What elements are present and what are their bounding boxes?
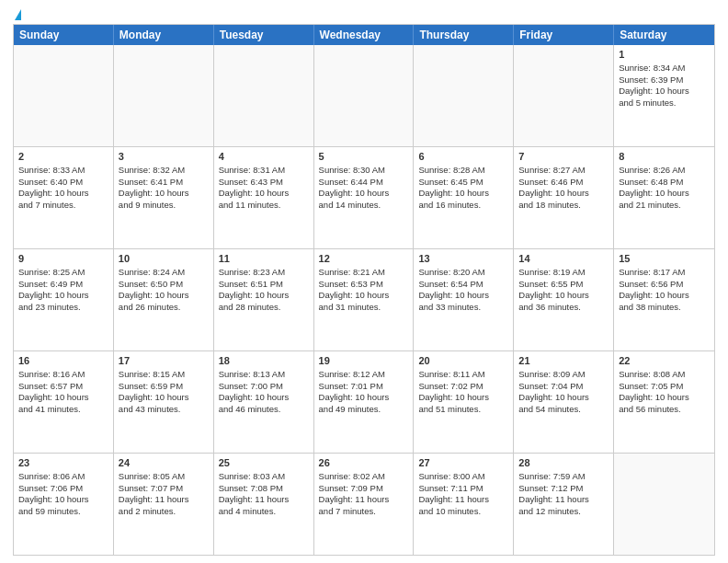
day-info-line: Sunset: 6:55 PM bbox=[518, 279, 609, 291]
day-info-line: Sunrise: 8:27 AM bbox=[518, 165, 609, 177]
day-info-line: Sunrise: 8:28 AM bbox=[418, 165, 508, 177]
day-info-line: and 7 minutes. bbox=[319, 506, 409, 518]
day-info-line: Sunrise: 8:03 AM bbox=[219, 471, 309, 483]
day-info-line: Sunset: 7:12 PM bbox=[518, 483, 609, 495]
calendar-cell: 21Sunrise: 8:09 AMSunset: 7:04 PMDayligh… bbox=[514, 351, 614, 453]
day-number: 22 bbox=[619, 354, 710, 368]
day-info-line: and 10 minutes. bbox=[418, 506, 508, 518]
day-info-line: Daylight: 10 hours bbox=[18, 290, 108, 302]
day-info-line: Sunset: 6:59 PM bbox=[119, 381, 209, 393]
calendar-cell: 8Sunrise: 8:26 AMSunset: 6:48 PMDaylight… bbox=[614, 147, 714, 248]
day-info-line: and 9 minutes. bbox=[119, 200, 209, 212]
day-info-line: Sunset: 7:01 PM bbox=[319, 381, 409, 393]
calendar-row-4: 23Sunrise: 8:06 AMSunset: 7:06 PMDayligh… bbox=[14, 453, 714, 555]
header-cell-sunday: Sunday bbox=[14, 25, 114, 45]
calendar-cell: 19Sunrise: 8:12 AMSunset: 7:01 PMDayligh… bbox=[314, 351, 415, 453]
day-info-line: Sunrise: 8:06 AM bbox=[18, 471, 108, 483]
calendar-cell bbox=[214, 45, 314, 146]
day-info-line: and 23 minutes. bbox=[18, 302, 108, 314]
day-info-line: Sunset: 6:49 PM bbox=[18, 279, 108, 291]
calendar-cell: 3Sunrise: 8:32 AMSunset: 6:41 PMDaylight… bbox=[114, 147, 214, 248]
day-info-line: Daylight: 10 hours bbox=[619, 290, 710, 302]
calendar-cell bbox=[114, 45, 214, 146]
calendar-cell: 27Sunrise: 8:00 AMSunset: 7:11 PMDayligh… bbox=[414, 454, 514, 555]
calendar-cell: 16Sunrise: 8:16 AMSunset: 6:57 PMDayligh… bbox=[14, 351, 114, 453]
day-number: 18 bbox=[219, 354, 309, 368]
day-info-line: Sunset: 6:45 PM bbox=[418, 177, 508, 189]
calendar: SundayMondayTuesdayWednesdayThursdayFrid… bbox=[13, 24, 715, 556]
day-number: 28 bbox=[518, 456, 609, 470]
day-info-line: Sunset: 6:54 PM bbox=[418, 279, 508, 291]
day-info-line: and 49 minutes. bbox=[319, 404, 409, 416]
calendar-cell: 17Sunrise: 8:15 AMSunset: 6:59 PMDayligh… bbox=[114, 351, 214, 453]
day-info-line: Sunrise: 8:20 AM bbox=[418, 267, 508, 279]
day-info-line: and 36 minutes. bbox=[518, 302, 609, 314]
day-info-line: and 38 minutes. bbox=[619, 302, 710, 314]
day-info-line: Sunrise: 8:09 AM bbox=[518, 369, 609, 381]
day-info-line: Sunrise: 8:33 AM bbox=[18, 165, 108, 177]
day-number: 27 bbox=[418, 456, 508, 470]
day-number: 23 bbox=[18, 456, 108, 470]
page: SundayMondayTuesdayWednesdayThursdayFrid… bbox=[0, 0, 728, 563]
day-info-line: Sunset: 6:50 PM bbox=[119, 279, 209, 291]
calendar-row-1: 2Sunrise: 8:33 AMSunset: 6:40 PMDaylight… bbox=[14, 146, 714, 248]
day-info-line: Sunrise: 8:13 AM bbox=[219, 369, 309, 381]
day-info-line: Sunrise: 8:26 AM bbox=[619, 165, 710, 177]
day-number: 7 bbox=[518, 150, 609, 164]
day-info-line: and 46 minutes. bbox=[219, 404, 309, 416]
day-number: 24 bbox=[119, 456, 209, 470]
calendar-cell bbox=[514, 45, 614, 146]
day-number: 17 bbox=[119, 354, 209, 368]
day-info-line: and 54 minutes. bbox=[518, 404, 609, 416]
day-info-line: and 56 minutes. bbox=[619, 404, 710, 416]
day-info-line: Sunset: 7:02 PM bbox=[418, 381, 508, 393]
calendar-cell: 1Sunrise: 8:34 AMSunset: 6:39 PMDaylight… bbox=[614, 45, 714, 146]
day-info-line: and 5 minutes. bbox=[619, 98, 710, 109]
day-info-line: Daylight: 11 hours bbox=[219, 494, 309, 506]
day-info-line: Daylight: 10 hours bbox=[418, 188, 508, 200]
day-info-line: Sunrise: 8:02 AM bbox=[319, 471, 409, 483]
day-info-line: Sunrise: 8:17 AM bbox=[619, 267, 710, 279]
day-info-line: Daylight: 11 hours bbox=[518, 494, 609, 506]
day-info-line: Sunset: 7:05 PM bbox=[619, 381, 710, 393]
day-info-line: Daylight: 10 hours bbox=[319, 392, 409, 404]
day-info-line: Daylight: 10 hours bbox=[319, 188, 409, 200]
day-info-line: and 31 minutes. bbox=[319, 302, 409, 314]
header-cell-friday: Friday bbox=[514, 25, 614, 45]
day-info-line: Sunrise: 8:25 AM bbox=[18, 267, 108, 279]
day-number: 10 bbox=[119, 252, 209, 266]
day-info-line: Sunset: 7:11 PM bbox=[418, 483, 508, 495]
day-info-line: and 28 minutes. bbox=[219, 302, 309, 314]
day-info-line: Sunset: 7:09 PM bbox=[319, 483, 409, 495]
day-info-line: Daylight: 10 hours bbox=[18, 494, 108, 506]
day-info-line: Sunset: 6:56 PM bbox=[619, 279, 710, 291]
day-info-line: Sunset: 6:40 PM bbox=[18, 177, 108, 189]
day-number: 3 bbox=[119, 150, 209, 164]
day-info-line: Sunset: 6:53 PM bbox=[319, 279, 409, 291]
day-number: 16 bbox=[18, 354, 108, 368]
day-number: 8 bbox=[619, 150, 710, 164]
day-info-line: Daylight: 10 hours bbox=[418, 392, 508, 404]
calendar-cell: 2Sunrise: 8:33 AMSunset: 6:40 PMDaylight… bbox=[14, 147, 114, 248]
day-info-line: Sunset: 6:57 PM bbox=[18, 381, 108, 393]
day-number: 4 bbox=[219, 150, 309, 164]
day-number: 25 bbox=[219, 456, 309, 470]
calendar-cell: 15Sunrise: 8:17 AMSunset: 6:56 PMDayligh… bbox=[614, 249, 714, 350]
day-info-line: Sunrise: 8:15 AM bbox=[119, 369, 209, 381]
day-info-line: and 33 minutes. bbox=[418, 302, 508, 314]
day-info-line: Daylight: 10 hours bbox=[18, 392, 108, 404]
calendar-cell: 5Sunrise: 8:30 AMSunset: 6:44 PMDaylight… bbox=[314, 147, 415, 248]
logo bbox=[13, 9, 21, 20]
day-info-line: and 11 minutes. bbox=[219, 200, 309, 212]
day-info-line: Daylight: 10 hours bbox=[518, 188, 609, 200]
day-info-line: and 41 minutes. bbox=[18, 404, 108, 416]
day-info-line: and 59 minutes. bbox=[18, 506, 108, 518]
day-info-line: Daylight: 11 hours bbox=[319, 494, 409, 506]
calendar-cell: 4Sunrise: 8:31 AMSunset: 6:43 PMDaylight… bbox=[214, 147, 314, 248]
calendar-cell: 6Sunrise: 8:28 AMSunset: 6:45 PMDaylight… bbox=[414, 147, 514, 248]
calendar-row-0: 1Sunrise: 8:34 AMSunset: 6:39 PMDaylight… bbox=[14, 45, 714, 146]
day-info-line: Sunset: 6:48 PM bbox=[619, 177, 710, 189]
calendar-cell: 13Sunrise: 8:20 AMSunset: 6:54 PMDayligh… bbox=[414, 249, 514, 350]
day-info-line: Sunset: 6:41 PM bbox=[119, 177, 209, 189]
day-info-line: Daylight: 10 hours bbox=[119, 290, 209, 302]
